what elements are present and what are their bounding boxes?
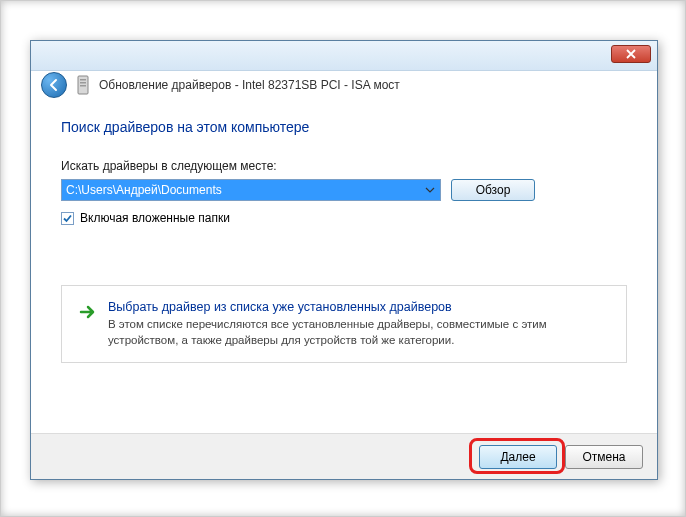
path-input[interactable] xyxy=(62,180,440,200)
include-subfolders-label: Включая вложенные папки xyxy=(80,211,230,225)
cancel-button[interactable]: Отмена xyxy=(565,445,643,469)
chevron-down-icon xyxy=(425,187,435,193)
content-area: Поиск драйверов на этом компьютере Искат… xyxy=(31,99,657,373)
include-subfolders-row: Включая вложенные папки xyxy=(61,211,627,225)
path-field-label: Искать драйверы в следующем месте: xyxy=(61,159,627,173)
option-description: В этом списке перечисляются все установл… xyxy=(108,317,610,348)
browse-button[interactable]: Обзор xyxy=(451,179,535,201)
include-subfolders-checkbox[interactable] xyxy=(61,212,74,225)
back-button[interactable] xyxy=(41,72,67,98)
header-row: Обновление драйверов - Intel 82371SB PCI… xyxy=(31,71,657,99)
option-text: Выбрать драйвер из списка уже установлен… xyxy=(108,300,610,348)
path-field-row: Обзор xyxy=(61,179,627,201)
driver-update-window: Обновление драйверов - Intel 82371SB PCI… xyxy=(30,40,658,480)
close-button[interactable] xyxy=(611,45,651,63)
device-icon xyxy=(75,75,91,95)
back-arrow-icon xyxy=(47,78,61,92)
svg-rect-3 xyxy=(80,85,86,87)
path-combobox[interactable] xyxy=(61,179,441,201)
page-heading: Поиск драйверов на этом компьютере xyxy=(61,119,627,135)
pick-from-list-option[interactable]: Выбрать драйвер из списка уже установлен… xyxy=(61,285,627,363)
titlebar xyxy=(31,41,657,71)
option-title: Выбрать драйвер из списка уже установлен… xyxy=(108,300,610,314)
arrow-right-icon xyxy=(78,302,98,322)
footer-bar: Далее Отмена xyxy=(31,433,657,479)
next-button[interactable]: Далее xyxy=(479,445,557,469)
svg-rect-2 xyxy=(80,82,86,84)
combo-dropdown-button[interactable] xyxy=(422,182,438,198)
svg-rect-1 xyxy=(80,79,86,81)
close-icon xyxy=(626,49,636,59)
checkmark-icon xyxy=(62,213,73,224)
window-title: Обновление драйверов - Intel 82371SB PCI… xyxy=(99,78,400,92)
